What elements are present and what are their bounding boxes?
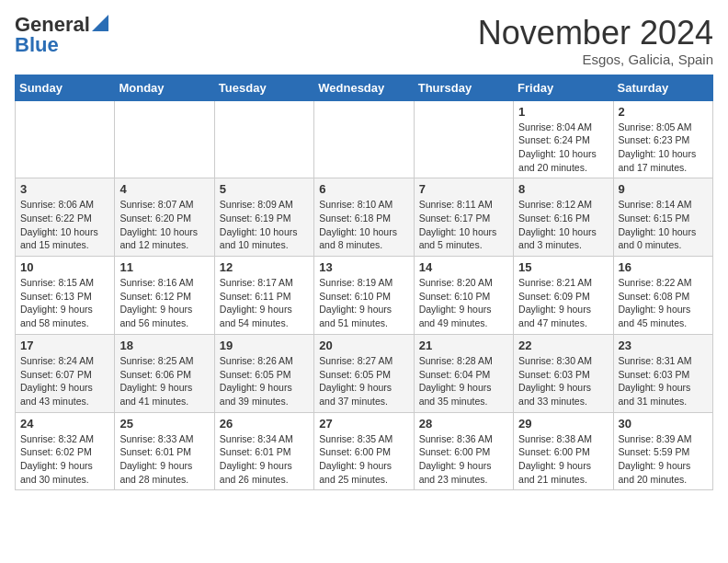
day-info: Sunrise: 8:09 AM Sunset: 6:19 PM Dayligh… — [220, 198, 309, 252]
calendar-cell — [16, 100, 115, 178]
day-number: 27 — [319, 417, 408, 431]
calendar-header: SundayMondayTuesdayWednesdayThursdayFrid… — [16, 75, 713, 100]
calendar-cell: 29Sunrise: 8:38 AM Sunset: 6:00 PM Dayli… — [514, 412, 613, 490]
day-number: 5 — [220, 182, 309, 196]
calendar-week-row: 3Sunrise: 8:06 AM Sunset: 6:22 PM Daylig… — [16, 178, 713, 257]
calendar-cell: 7Sunrise: 8:11 AM Sunset: 6:17 PM Daylig… — [414, 178, 513, 257]
day-info: Sunrise: 8:20 AM Sunset: 6:10 PM Dayligh… — [419, 276, 508, 330]
calendar-cell: 20Sunrise: 8:27 AM Sunset: 6:05 PM Dayli… — [314, 334, 414, 412]
calendar-cell: 25Sunrise: 8:33 AM Sunset: 6:01 PM Dayli… — [115, 412, 214, 490]
day-number: 18 — [119, 339, 209, 352]
day-number: 22 — [518, 339, 608, 352]
calendar-cell: 14Sunrise: 8:20 AM Sunset: 6:10 PM Dayli… — [414, 257, 513, 335]
day-number: 20 — [319, 339, 408, 352]
page-header: General Blue November 2024 Esgos, Galici… — [15, 15, 713, 67]
calendar-cell: 26Sunrise: 8:34 AM Sunset: 6:01 PM Dayli… — [214, 412, 313, 490]
day-info: Sunrise: 8:17 AM Sunset: 6:11 PM Dayligh… — [220, 276, 309, 330]
day-info: Sunrise: 8:35 AM Sunset: 6:00 PM Dayligh… — [319, 432, 408, 487]
day-info: Sunrise: 8:39 AM Sunset: 5:59 PM Dayligh… — [619, 432, 708, 487]
calendar-cell: 11Sunrise: 8:16 AM Sunset: 6:12 PM Dayli… — [115, 257, 214, 335]
calendar-cell: 5Sunrise: 8:09 AM Sunset: 6:19 PM Daylig… — [214, 178, 313, 257]
calendar-cell — [115, 100, 214, 178]
day-number: 6 — [319, 182, 408, 196]
logo-general-text: General — [15, 15, 90, 35]
calendar-table: SundayMondayTuesdayWednesdayThursdayFrid… — [15, 75, 713, 491]
day-info: Sunrise: 8:27 AM Sunset: 6:05 PM Dayligh… — [319, 354, 408, 408]
day-info: Sunrise: 8:24 AM Sunset: 6:07 PM Dayligh… — [20, 354, 109, 408]
calendar-cell: 27Sunrise: 8:35 AM Sunset: 6:00 PM Dayli… — [314, 412, 414, 490]
day-number: 25 — [119, 417, 209, 431]
calendar-cell: 23Sunrise: 8:31 AM Sunset: 6:03 PM Dayli… — [613, 334, 712, 412]
calendar-cell: 19Sunrise: 8:26 AM Sunset: 6:05 PM Dayli… — [214, 334, 313, 412]
calendar-body: 1Sunrise: 8:04 AM Sunset: 6:24 PM Daylig… — [16, 100, 713, 490]
day-info: Sunrise: 8:19 AM Sunset: 6:10 PM Dayligh… — [319, 276, 408, 330]
day-number: 29 — [518, 417, 608, 431]
calendar-cell: 9Sunrise: 8:14 AM Sunset: 6:15 PM Daylig… — [613, 178, 712, 257]
day-info: Sunrise: 8:31 AM Sunset: 6:03 PM Dayligh… — [619, 354, 708, 408]
day-info: Sunrise: 8:30 AM Sunset: 6:03 PM Dayligh… — [518, 354, 608, 408]
calendar-cell: 1Sunrise: 8:04 AM Sunset: 6:24 PM Daylig… — [514, 100, 613, 178]
day-number: 30 — [619, 417, 708, 431]
weekday-header-row: SundayMondayTuesdayWednesdayThursdayFrid… — [16, 75, 713, 100]
day-info: Sunrise: 8:22 AM Sunset: 6:08 PM Dayligh… — [619, 276, 708, 330]
calendar-cell — [314, 100, 414, 178]
logo-triangle-icon — [92, 15, 108, 35]
calendar-cell: 22Sunrise: 8:30 AM Sunset: 6:03 PM Dayli… — [514, 334, 613, 412]
day-info: Sunrise: 8:25 AM Sunset: 6:06 PM Dayligh… — [119, 354, 209, 408]
calendar-cell: 8Sunrise: 8:12 AM Sunset: 6:16 PM Daylig… — [514, 178, 613, 257]
calendar-cell: 6Sunrise: 8:10 AM Sunset: 6:18 PM Daylig… — [314, 178, 414, 257]
day-info: Sunrise: 8:16 AM Sunset: 6:12 PM Dayligh… — [119, 276, 209, 330]
svg-marker-0 — [92, 15, 108, 31]
day-number: 13 — [319, 260, 408, 274]
calendar-cell: 4Sunrise: 8:07 AM Sunset: 6:20 PM Daylig… — [115, 178, 214, 257]
day-info: Sunrise: 8:12 AM Sunset: 6:16 PM Dayligh… — [518, 198, 608, 252]
day-number: 14 — [419, 260, 508, 274]
day-info: Sunrise: 8:06 AM Sunset: 6:22 PM Dayligh… — [20, 198, 109, 252]
day-info: Sunrise: 8:11 AM Sunset: 6:17 PM Dayligh… — [419, 198, 508, 252]
day-info: Sunrise: 8:32 AM Sunset: 6:02 PM Dayligh… — [20, 432, 109, 487]
day-number: 16 — [619, 260, 708, 274]
day-info: Sunrise: 8:05 AM Sunset: 6:23 PM Dayligh… — [619, 121, 708, 175]
title-section: November 2024 Esgos, Galicia, Spain — [478, 15, 713, 67]
day-number: 19 — [220, 339, 309, 352]
weekday-header-thursday: Thursday — [414, 75, 513, 100]
day-number: 23 — [619, 339, 708, 352]
calendar-cell: 2Sunrise: 8:05 AM Sunset: 6:23 PM Daylig… — [613, 100, 712, 178]
calendar-cell: 24Sunrise: 8:32 AM Sunset: 6:02 PM Dayli… — [16, 412, 115, 490]
weekday-header-sunday: Sunday — [16, 75, 115, 100]
calendar-cell: 18Sunrise: 8:25 AM Sunset: 6:06 PM Dayli… — [115, 334, 214, 412]
day-number: 21 — [419, 339, 508, 352]
day-info: Sunrise: 8:04 AM Sunset: 6:24 PM Dayligh… — [518, 121, 608, 175]
weekday-header-saturday: Saturday — [613, 75, 712, 100]
day-number: 26 — [220, 417, 309, 431]
calendar-cell: 15Sunrise: 8:21 AM Sunset: 6:09 PM Dayli… — [514, 257, 613, 335]
day-info: Sunrise: 8:10 AM Sunset: 6:18 PM Dayligh… — [319, 198, 408, 252]
day-info: Sunrise: 8:15 AM Sunset: 6:13 PM Dayligh… — [20, 276, 109, 330]
day-number: 9 — [619, 182, 708, 196]
weekday-header-wednesday: Wednesday — [314, 75, 414, 100]
day-number: 10 — [20, 260, 109, 274]
day-number: 24 — [20, 417, 109, 431]
day-info: Sunrise: 8:33 AM Sunset: 6:01 PM Dayligh… — [119, 432, 209, 487]
weekday-header-friday: Friday — [514, 75, 613, 100]
day-number: 2 — [619, 105, 708, 119]
calendar-cell: 13Sunrise: 8:19 AM Sunset: 6:10 PM Dayli… — [314, 257, 414, 335]
day-number: 4 — [119, 182, 209, 196]
location: Esgos, Galicia, Spain — [478, 52, 713, 67]
day-info: Sunrise: 8:28 AM Sunset: 6:04 PM Dayligh… — [419, 354, 508, 408]
calendar-cell: 3Sunrise: 8:06 AM Sunset: 6:22 PM Daylig… — [16, 178, 115, 257]
weekday-header-monday: Monday — [115, 75, 214, 100]
day-number: 7 — [419, 182, 508, 196]
day-number: 12 — [220, 260, 309, 274]
calendar-week-row: 10Sunrise: 8:15 AM Sunset: 6:13 PM Dayli… — [16, 257, 713, 335]
calendar-cell: 30Sunrise: 8:39 AM Sunset: 5:59 PM Dayli… — [613, 412, 712, 490]
day-number: 8 — [518, 182, 608, 196]
calendar-cell: 28Sunrise: 8:36 AM Sunset: 6:00 PM Dayli… — [414, 412, 513, 490]
day-number: 15 — [518, 260, 608, 274]
calendar-week-row: 17Sunrise: 8:24 AM Sunset: 6:07 PM Dayli… — [16, 334, 713, 412]
calendar-week-row: 1Sunrise: 8:04 AM Sunset: 6:24 PM Daylig… — [16, 100, 713, 178]
day-number: 3 — [20, 182, 109, 196]
day-info: Sunrise: 8:38 AM Sunset: 6:00 PM Dayligh… — [518, 432, 608, 487]
calendar-cell: 16Sunrise: 8:22 AM Sunset: 6:08 PM Dayli… — [613, 257, 712, 335]
calendar-cell: 12Sunrise: 8:17 AM Sunset: 6:11 PM Dayli… — [214, 257, 313, 335]
